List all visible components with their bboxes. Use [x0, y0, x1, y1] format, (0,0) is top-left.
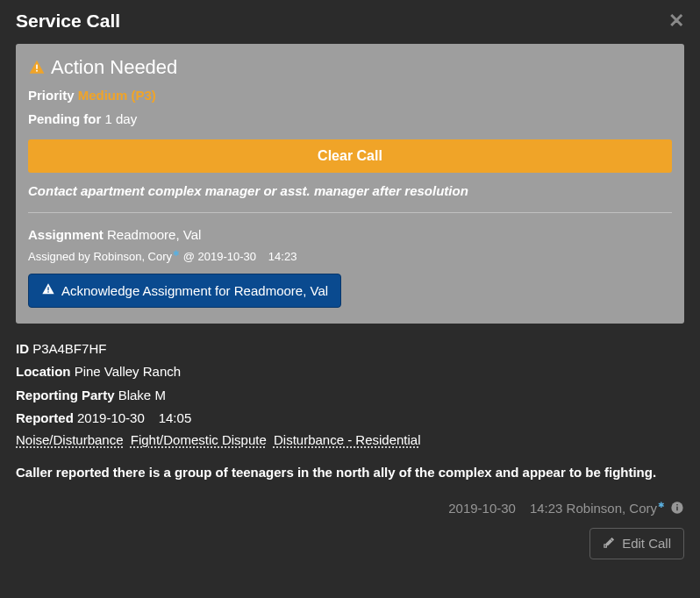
reported-row: Reported 2019-10-30 14:05 [16, 409, 684, 429]
edit-call-label: Edit Call [622, 536, 671, 551]
svg-rect-3 [47, 291, 48, 292]
modal-footer: Edit Call [16, 528, 684, 559]
edit-icon [603, 536, 616, 552]
assigned-by-row: Assigned by Robinson, Cory✱ @ 2019-10-30… [28, 249, 672, 263]
assignment-label: Assignment [28, 227, 104, 242]
category-tags: Noise/Disturbance Fight/Domestic Dispute… [16, 432, 684, 447]
svg-rect-5 [676, 507, 677, 511]
modal-body: Action Needed Priority Medium (P3) Pendi… [0, 44, 700, 598]
reported-value: 2019-10-30 14:05 [77, 410, 191, 425]
reported-label: Reported [16, 410, 74, 425]
id-row: ID P3A4BF7HF [16, 339, 684, 360]
reporting-party-row: Reporting Party Blake M [16, 386, 684, 406]
divider [28, 212, 672, 213]
service-call-modal: Service Call ✕ Action Needed Priority [0, 0, 700, 598]
svg-rect-6 [676, 504, 677, 505]
priority-label: Priority [28, 88, 75, 103]
id-label: ID [16, 341, 29, 356]
action-title: Action Needed [51, 56, 177, 79]
pending-label: Pending for [28, 111, 101, 126]
footer-name: Robinson, Cory [567, 501, 657, 516]
pending-row: Pending for 1 day [28, 110, 672, 130]
action-note: Contact apartment complex manager or ass… [28, 183, 672, 198]
warning-icon [28, 59, 46, 76]
call-description: Caller reported there is a group of teen… [16, 463, 684, 481]
id-value: P3A4BF7HF [32, 341, 106, 356]
assigned-by-prefix: Assigned by [28, 250, 90, 263]
assignment-row: Assignment Readmoore, Val [28, 225, 672, 246]
action-needed-panel: Action Needed Priority Medium (P3) Pendi… [16, 44, 684, 324]
info-icon[interactable] [670, 501, 684, 515]
warning-icon [41, 282, 55, 299]
action-header: Action Needed [28, 56, 672, 79]
assigned-by-name: Robinson, Cory [93, 250, 172, 263]
location-label: Location [16, 364, 71, 379]
acknowledge-label: Acknowledge Assignment for Readmoore, Va… [61, 283, 328, 298]
tag[interactable]: Noise/Disturbance [16, 432, 124, 447]
svg-rect-0 [36, 65, 38, 69]
footer-meta: 2019-10-30 14:23 Robinson, Cory✱ [16, 501, 684, 516]
clear-call-button[interactable]: Clear Call [28, 139, 672, 173]
svg-rect-1 [36, 70, 38, 72]
assignment-value: Readmoore, Val [107, 227, 201, 242]
asterisk-icon: ✱ [658, 501, 665, 509]
assigned-at-prefix: @ [183, 250, 195, 263]
tag[interactable]: Fight/Domestic Dispute [131, 432, 267, 447]
asterisk-icon: ✱ [173, 249, 180, 258]
priority-value: Medium (P3) [78, 88, 156, 103]
close-icon: ✕ [668, 10, 684, 32]
call-details: ID P3A4BF7HF Location Pine Valley Ranch … [16, 338, 684, 561]
svg-rect-7 [604, 545, 607, 547]
acknowledge-button[interactable]: Acknowledge Assignment for Readmoore, Va… [28, 274, 341, 308]
reporting-party-label: Reporting Party [16, 388, 115, 402]
tag[interactable]: Disturbance - Residential [274, 432, 421, 447]
priority-row: Priority Medium (P3) [28, 86, 672, 106]
location-row: Location Pine Valley Ranch [16, 362, 684, 382]
modal-header: Service Call ✕ [0, 0, 700, 44]
location-value: Pine Valley Ranch [75, 364, 181, 379]
reporting-party-value: Blake M [118, 388, 166, 402]
svg-rect-2 [47, 287, 48, 290]
pending-value: 1 day [105, 111, 138, 126]
modal-title: Service Call [16, 11, 120, 32]
footer-datetime: 2019-10-30 14:23 [448, 501, 562, 516]
assigned-at-datetime: 2019-10-30 14:23 [198, 250, 297, 263]
edit-call-button[interactable]: Edit Call [589, 528, 684, 559]
close-button[interactable]: ✕ [668, 11, 684, 31]
